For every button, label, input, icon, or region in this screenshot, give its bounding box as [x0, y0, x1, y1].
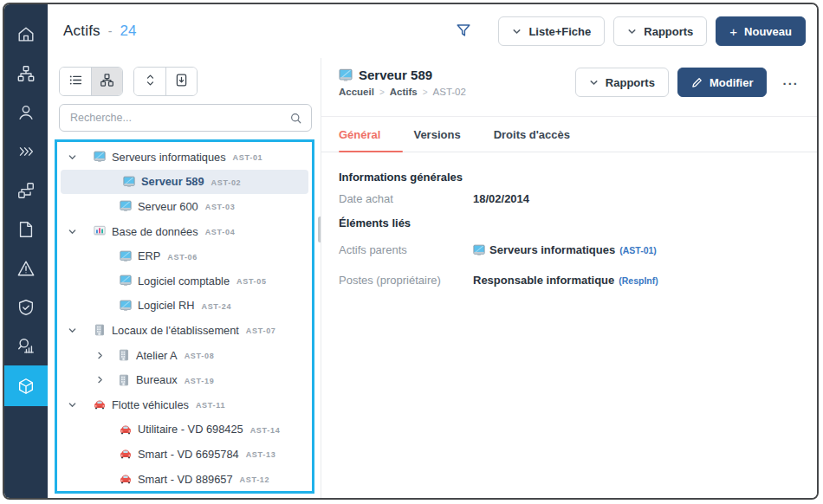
tree-item-ast-14[interactable]: Utilitaire - VD 698425AST-14 — [57, 417, 312, 443]
building-icon — [118, 374, 130, 386]
detail-section: Informations généralesDate achat18/02/20… — [339, 171, 800, 205]
tree-item-code: AST-08 — [185, 350, 215, 360]
tree-item-label: Flotte véhicules — [112, 398, 189, 411]
field-value-link[interactable]: (AST-01) — [619, 244, 657, 255]
tree-item-ast-24[interactable]: Logiciel RHAST-24 — [57, 294, 312, 319]
breadcrumb-item[interactable]: Actifs — [390, 87, 418, 97]
sidebar-item-documents[interactable] — [4, 210, 48, 249]
tree-item-ast-01[interactable]: Serveurs informatiquesAST-01 — [57, 145, 312, 170]
building-icon — [94, 324, 106, 336]
detail-section: Éléments liésActifs parentsServeurs info… — [339, 216, 800, 287]
edit-button[interactable]: Modifier — [677, 68, 768, 97]
field-label: Postes (propriétaire) — [339, 274, 473, 287]
computer-icon — [120, 275, 132, 287]
tree-tools-group — [133, 67, 198, 96]
tree-item-ast-12[interactable]: Smart - VD 889657AST-12 — [57, 467, 312, 492]
tree-item-label: Base de données — [112, 225, 198, 238]
tree-item-ast-13[interactable]: Smart - VD 6695784AST-13 — [57, 442, 312, 467]
sidebar-item-compliance[interactable] — [4, 288, 48, 326]
tab-versions[interactable]: Versions — [413, 128, 460, 152]
screenshot-stage: Actifs - 24 Liste+Fiche Rapports + Nouve… — [0, 0, 823, 504]
chevron-down-icon[interactable] — [68, 326, 80, 335]
record-count: 24 — [120, 23, 136, 40]
sidebar-item-risks[interactable] — [4, 249, 48, 288]
chevrons-icon — [16, 142, 36, 161]
sidebar-item-assets[interactable] — [4, 365, 48, 406]
detail-reports-button[interactable]: Rapports — [575, 68, 669, 97]
field-value-text: 18/02/2014 — [473, 192, 529, 205]
filter-funnel-icon[interactable] — [451, 18, 476, 45]
field-value-text: Serveurs informatiques — [489, 243, 615, 256]
computer-icon — [473, 244, 485, 256]
field-value-text: Responsable informatique — [473, 274, 614, 287]
tree-toolbar — [59, 67, 198, 96]
tree-item-code: AST-19 — [185, 375, 215, 385]
tree-item-ast-19[interactable]: BureauxAST-19 — [57, 367, 312, 392]
sidebar-item-users[interactable] — [4, 93, 48, 132]
view-toggle-group — [59, 67, 123, 96]
breadcrumb-separator: > — [379, 87, 385, 97]
tree-item-ast-02[interactable]: Serveur 589AST-02 — [61, 170, 308, 195]
view-mode-button[interactable]: Liste+Fiche — [498, 16, 605, 46]
field-value: 18/02/2014 — [473, 192, 529, 205]
document-icon — [16, 220, 36, 239]
tree-item-ast-05[interactable]: Logiciel comptableAST-05 — [57, 268, 312, 294]
chart-icon — [94, 225, 106, 237]
export-button[interactable] — [165, 68, 197, 95]
chevron-down-icon — [627, 27, 637, 36]
reports-button[interactable]: Rapports — [613, 16, 707, 46]
more-options-button[interactable]: ... — [775, 73, 806, 93]
tree-item-ast-08[interactable]: Atelier AAST-08 — [57, 343, 312, 368]
home-icon — [16, 25, 36, 44]
chevron-down-icon[interactable] — [68, 400, 80, 410]
chevron-down-icon[interactable] — [68, 152, 80, 162]
new-button[interactable]: + Nouveau — [716, 16, 806, 46]
tree-item-label: Serveurs informatiques — [112, 151, 226, 164]
sidebar-item-home[interactable] — [4, 15, 48, 54]
tree-item-label: Locaux de l'établissement — [112, 324, 239, 337]
breadcrumb-item[interactable]: Accueil — [339, 87, 374, 97]
sidebar-item-processes[interactable] — [4, 132, 48, 171]
detail-content: Informations généralesDate achat18/02/20… — [321, 152, 817, 287]
chevron-right-icon[interactable] — [95, 351, 107, 360]
computer-icon — [123, 176, 135, 188]
tree-item-label: Utilitaire - VD 698425 — [138, 423, 243, 436]
cube-icon — [16, 377, 36, 396]
tree-item-ast-07[interactable]: Locaux de l'établissementAST-07 — [57, 318, 312, 343]
tree-item-ast-03[interactable]: Serveur 600AST-03 — [57, 194, 312, 219]
tree-item-label: Logiciel RH — [138, 299, 194, 312]
tree-panel: Serveurs informatiquesAST-01Serveur 589A… — [48, 58, 321, 498]
tree-item-code: AST-14 — [250, 424, 281, 435]
tree-item-ast-04[interactable]: Base de donnéesAST-04 — [57, 219, 312, 244]
tree-item-ast-06[interactable]: ERPAST-06 — [57, 243, 312, 268]
computer-icon — [94, 151, 106, 163]
user-icon — [16, 103, 36, 122]
tree-item-code: AST-13 — [246, 449, 276, 459]
car-icon — [120, 473, 132, 485]
tree-view-button[interactable] — [91, 68, 122, 95]
tab-g-n-ral[interactable]: Général — [339, 128, 380, 152]
page-title-dash: - — [108, 24, 113, 38]
tree-item-label: ERP — [138, 249, 160, 262]
chevron-right-icon[interactable] — [95, 375, 107, 384]
page-title: Actifs - 24 — [63, 23, 136, 40]
export-icon — [174, 73, 189, 90]
tree-item-code: AST-04 — [205, 226, 236, 236]
computer-icon — [339, 68, 353, 82]
field-value-link[interactable]: (RespInf) — [619, 275, 658, 286]
sidebar-item-workflows[interactable] — [4, 171, 48, 210]
sidebar-item-organization[interactable] — [4, 54, 48, 93]
search-input[interactable] — [68, 111, 282, 125]
tab-droits-d-acc-s[interactable]: Droits d'accès — [494, 128, 570, 152]
list-view-button[interactable] — [60, 68, 91, 95]
tree-icon — [100, 73, 114, 90]
computer-icon — [120, 200, 132, 212]
expand-collapse-button[interactable] — [134, 68, 165, 95]
tree-item-ast-11[interactable]: Flotte véhiculesAST-11 — [57, 392, 312, 417]
chevron-down-icon[interactable] — [68, 227, 80, 236]
pencil-icon — [691, 77, 703, 88]
tree-item-code: AST-07 — [246, 325, 276, 335]
list-icon — [68, 73, 83, 90]
page-title-text: Actifs — [63, 23, 100, 40]
sidebar-item-audit[interactable] — [4, 326, 48, 365]
